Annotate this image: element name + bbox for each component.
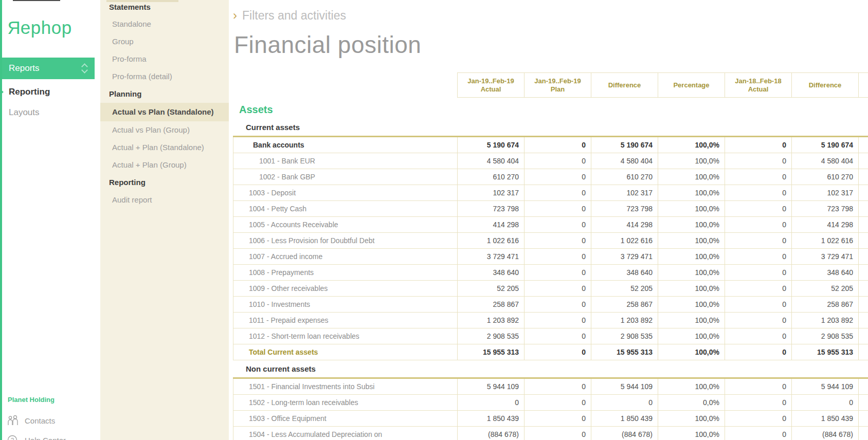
value-cell: 100,0% xyxy=(658,201,725,216)
company-name: Planet Holding xyxy=(8,396,55,404)
value-cell: 2 908 535 xyxy=(457,328,524,344)
value-cell: 100,0% xyxy=(658,137,725,153)
value-cell: 1 850 439 xyxy=(457,411,524,426)
value-cell: 0 xyxy=(725,344,791,360)
submenu-item-standalone[interactable]: Standalone xyxy=(100,15,229,33)
page-title: Financial position xyxy=(234,31,421,59)
account-label[interactable]: 1504 - Less Accumulated Depreciation on xyxy=(233,427,457,440)
layouts-label: Layouts xyxy=(9,107,40,117)
account-label[interactable]: 1007 - Accrued income xyxy=(233,249,457,264)
value-cell: 102 317 xyxy=(791,185,858,200)
account-label[interactable]: Total Current assets xyxy=(233,344,457,360)
submenu-item-actual-vs-plan-group-[interactable]: Actual vs Plan (Group) xyxy=(100,121,229,139)
account-label[interactable]: 1010 - Investments xyxy=(233,297,457,312)
value-cell: 414 298 xyxy=(791,217,858,232)
account-row: 1005 - Accounts Receivable414 2980414 29… xyxy=(233,217,868,233)
value-cell: 0 xyxy=(524,313,591,328)
value-cell: 0 xyxy=(524,265,591,280)
value-cell: 52 205 xyxy=(791,281,858,296)
account-label[interactable]: Bank accounts xyxy=(233,137,457,153)
main-sidebar: Rephop Reports Reporting Layouts Planet … xyxy=(0,0,100,440)
value-cell-partial xyxy=(858,185,868,200)
value-cell: 1 022 616 xyxy=(457,233,524,248)
account-label[interactable]: 1003 - Deposit xyxy=(233,185,457,200)
help-center-label: Help Center xyxy=(25,436,66,440)
filters-and-activities-toggle[interactable]: ›Filters and activities xyxy=(233,8,346,23)
value-cell: 0 xyxy=(524,169,591,185)
sidebar-item-layouts[interactable]: Layouts xyxy=(0,104,100,121)
value-cell: 100,0% xyxy=(658,379,725,394)
reports-submenu: StatementsStandaloneGroupPro-formaPro-fo… xyxy=(100,0,229,440)
submenu-item-actual-plan-standalone-[interactable]: Actual + Plan (Standalone) xyxy=(100,139,229,156)
account-label[interactable]: 1006 - Less Provision for Doubtful Debt xyxy=(233,233,457,248)
value-cell-partial xyxy=(858,328,868,344)
value-cell: 3 729 471 xyxy=(457,249,524,264)
rephop-logo[interactable]: Rephop xyxy=(7,17,72,38)
account-row: 1010 - Investments258 8670258 867100,0%0… xyxy=(233,297,868,313)
account-row: 1003 - Deposit102 3170102 317100,0%0102 … xyxy=(233,185,868,201)
account-row: 1012 - Short-term loan receivables2 908 … xyxy=(233,328,868,344)
value-cell-partial xyxy=(858,137,868,153)
value-cell: 0 xyxy=(524,379,591,394)
account-row: 1503 - Office Equipment1 850 43901 850 4… xyxy=(233,411,868,427)
submenu-item-pro-forma-detail-[interactable]: Pro-forma (detail) xyxy=(100,68,229,85)
value-cell: 100,0% xyxy=(658,313,725,328)
account-label[interactable]: 1012 - Short-term loan receivables xyxy=(233,328,457,344)
submenu-item-audit-report[interactable]: Audit report xyxy=(100,191,229,209)
group-header-current-assets: Current assets xyxy=(233,116,868,136)
submenu-item-actual-vs-plan-standalone-[interactable]: Actual vs Plan (Standalone) xyxy=(100,103,229,121)
value-cell: 102 317 xyxy=(591,185,658,200)
value-cell: 15 955 313 xyxy=(791,344,858,360)
submenu-item-pro-forma[interactable]: Pro-forma xyxy=(100,50,229,68)
value-cell: 0 xyxy=(791,395,858,410)
account-label[interactable]: 1008 - Prepayments xyxy=(233,265,457,280)
account-label[interactable]: 1009 - Other receivables xyxy=(233,281,457,296)
account-label[interactable]: 1503 - Office Equipment xyxy=(233,411,457,426)
account-row: 1504 - Less Accumulated Depreciation on(… xyxy=(233,427,868,440)
value-cell: 4 580 404 xyxy=(791,153,858,169)
account-label[interactable]: 1002 - Bank GBP xyxy=(233,169,457,185)
value-cell: 0 xyxy=(725,265,791,280)
submenu-item-statements: Statements xyxy=(100,1,229,15)
submenu-item-actual-plan-group-[interactable]: Actual + Plan (Group) xyxy=(100,156,229,174)
contacts-icon xyxy=(7,415,20,427)
value-cell: 1 850 439 xyxy=(591,411,658,426)
value-cell-partial xyxy=(858,395,868,410)
value-cell: 100,0% xyxy=(658,344,725,360)
account-row: Total Current assets15 955 313015 955 31… xyxy=(233,344,868,360)
value-cell: 0 xyxy=(524,137,591,153)
account-label[interactable]: 1502 - Long-term loan receivables xyxy=(233,395,457,410)
value-cell: 0 xyxy=(457,395,524,410)
value-cell: 0 xyxy=(725,281,791,296)
value-cell: 723 798 xyxy=(791,201,858,216)
account-label[interactable]: 1004 - Petty Cash xyxy=(233,201,457,216)
account-label[interactable]: 1011 - Prepaid expenses xyxy=(233,313,457,328)
sidebar-item-reports[interactable]: Reports xyxy=(0,58,95,79)
value-cell: 348 640 xyxy=(791,265,858,280)
sidebar-item-reporting[interactable]: Reporting xyxy=(0,84,100,100)
cutoff-top-element xyxy=(13,0,60,1)
value-cell: 610 270 xyxy=(457,169,524,185)
value-cell: 0 xyxy=(524,344,591,360)
account-label[interactable]: 1001 - Bank EUR xyxy=(233,153,457,169)
value-cell: 52 205 xyxy=(457,281,524,296)
submenu-item-group[interactable]: Group xyxy=(100,33,229,50)
value-cell: 723 798 xyxy=(591,201,658,216)
account-row: 1006 - Less Provision for Doubtful Debt1… xyxy=(233,233,868,249)
help-center-link[interactable]: ? Help Center xyxy=(7,435,100,440)
value-cell: (884 678) xyxy=(791,427,858,440)
account-row: 1009 - Other receivables52 205052 205100… xyxy=(233,281,868,297)
value-cell: 0 xyxy=(725,201,791,216)
svg-text:?: ? xyxy=(11,437,14,440)
account-label[interactable]: 1005 - Accounts Receivable xyxy=(233,217,457,232)
account-label[interactable]: 1501 - Financial Investments into Subsi xyxy=(233,379,457,394)
contacts-link[interactable]: Contacts xyxy=(7,415,100,428)
account-row: 1004 - Petty Cash723 7980723 798100,0%07… xyxy=(233,201,868,217)
value-cell: 5 944 109 xyxy=(591,379,658,394)
value-cell: 0 xyxy=(725,233,791,248)
value-cell-partial xyxy=(858,379,868,394)
value-cell: 100,0% xyxy=(658,153,725,169)
value-cell: 5 944 109 xyxy=(457,379,524,394)
value-cell: 0 xyxy=(524,233,591,248)
value-cell-partial xyxy=(858,153,868,169)
